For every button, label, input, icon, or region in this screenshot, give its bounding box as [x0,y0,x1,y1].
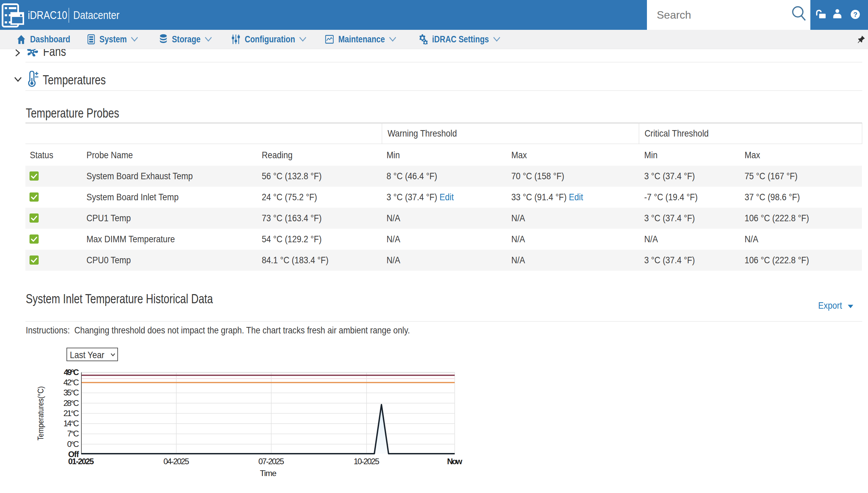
svg-text:Now: Now [447,457,462,466]
svg-text:28°C: 28°C [63,398,79,408]
svg-text:42°C: 42°C [63,378,79,387]
svg-text:14°C: 14°C [63,419,79,428]
svg-text:35°C: 35°C [63,388,79,397]
svg-text:Temperatures(°C): Temperatures(°C) [36,386,45,440]
svg-text:49°C: 49°C [64,368,79,377]
svg-text:7°C: 7°C [67,429,79,438]
svg-text:?: ? [853,11,857,18]
svg-text:01-2025: 01-2025 [68,457,94,466]
svg-text:0°C: 0°C [67,439,79,449]
svg-text:Time: Time [260,469,277,478]
svg-text:07-2025: 07-2025 [258,457,284,466]
svg-text:10-2025: 10-2025 [354,457,379,466]
svg-text:04-2025: 04-2025 [163,457,189,466]
svg-text:21°C: 21°C [63,409,79,418]
